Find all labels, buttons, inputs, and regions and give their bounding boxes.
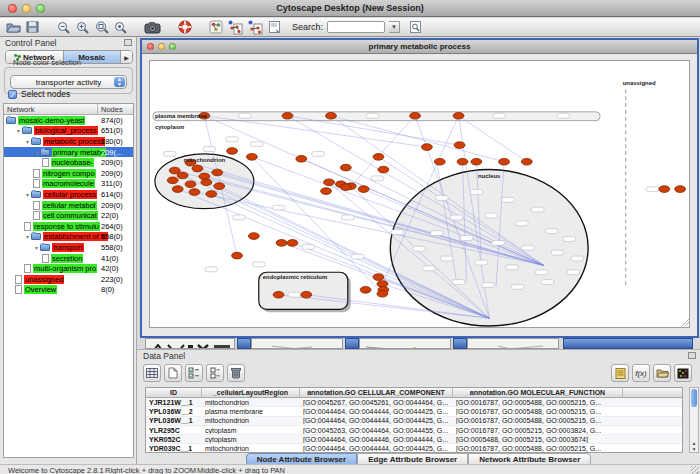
network-node[interactable] — [373, 274, 384, 281]
tree-row-establishment-of-lo[interactable]: ▾establishment of lo558(0) — [4, 232, 133, 243]
table-cell[interactable]: YKR052C — [146, 436, 202, 443]
network-label-node[interactable] — [470, 190, 483, 195]
network-node[interactable] — [340, 164, 351, 171]
table-cell[interactable]: YJR121W__1 — [146, 399, 202, 406]
tree-row-nucleobase-[interactable]: nucleobase-209(0) — [4, 157, 133, 168]
tree-column-network[interactable]: Network — [4, 104, 98, 114]
network-node[interactable] — [192, 165, 203, 172]
network-label-node[interactable] — [226, 137, 239, 142]
float-panel-icon[interactable] — [124, 39, 132, 46]
network-label-node[interactable] — [557, 113, 570, 118]
network-label-node[interactable] — [288, 292, 301, 297]
background-window[interactable] — [251, 338, 343, 349]
table-cell[interactable]: mitochondrion — [202, 417, 300, 424]
zoom-selected-button[interactable] — [113, 20, 128, 35]
attribute-table-button[interactable] — [143, 364, 161, 382]
network-label-node[interactable] — [233, 215, 246, 220]
network-label-node[interactable] — [422, 266, 435, 271]
network-label-node[interactable] — [341, 215, 354, 220]
network-label-node[interactable] — [531, 207, 544, 212]
table-cell[interactable]: [GO:0016787, GO:0005488, GO:0005215, G..… — [453, 408, 623, 415]
network-label-node[interactable] — [521, 245, 534, 250]
network-label-node[interactable] — [515, 221, 528, 226]
tree-row-biological-process[interactable]: ▾biological_process651(0) — [4, 126, 133, 137]
table-cell[interactable]: [GO:0016787, GO:0005488, GO:0005215, G..… — [453, 417, 623, 424]
table-cell[interactable]: [GO:0005488, GO:0005215, GO:0003674] — [453, 436, 623, 443]
background-window-titlebar[interactable] — [563, 338, 693, 349]
network-node[interactable] — [282, 112, 293, 119]
network-label-node[interactable] — [250, 142, 263, 147]
network-label-node[interactable] — [440, 256, 453, 261]
network-label-node[interactable] — [163, 151, 176, 156]
network-node[interactable] — [360, 287, 371, 294]
network-label-node[interactable] — [413, 246, 426, 251]
network-node[interactable] — [206, 191, 217, 198]
network-node[interactable] — [248, 233, 259, 240]
delete-attribute-button[interactable] — [227, 364, 245, 382]
network-node[interactable] — [340, 184, 351, 191]
network-node[interactable] — [214, 183, 225, 190]
expand-arrow-icon[interactable]: ▾ — [33, 244, 40, 251]
network-label-node[interactable] — [646, 187, 659, 192]
tree-row-multi-organism-pro[interactable]: multi-organism pro42(0) — [4, 263, 133, 274]
scrollbar-arrows[interactable]: ▲▼ — [690, 440, 698, 452]
background-window[interactable] — [467, 338, 559, 349]
network-label-node[interactable] — [482, 283, 495, 288]
fit-content-button[interactable] — [94, 20, 109, 35]
network-node[interactable] — [453, 112, 464, 119]
table-row-ypl036w__2[interactable]: YPL036W__2plasma membrane[GO:0044464, GO… — [146, 407, 682, 416]
formula-builder-button[interactable]: f(x) — [632, 364, 650, 382]
network-node[interactable] — [189, 189, 200, 196]
table-row-yjr121w__1[interactable]: YJR121W__1mitochondrion[GO:0045267, GO:0… — [146, 398, 682, 407]
network-view-titlebar[interactable]: primary metabolic process — [142, 40, 697, 54]
table-cell[interactable]: cytoplasm — [202, 427, 300, 434]
expand-arrow-icon[interactable]: ▾ — [24, 233, 31, 240]
table-cell[interactable]: [GO:0016787, GO:0005488, GO:0005215, G..… — [453, 399, 623, 406]
first-neighbors-button[interactable] — [227, 20, 243, 35]
network-label-node[interactable] — [545, 229, 558, 234]
table-cell[interactable]: cytoplasm — [202, 436, 300, 443]
network-node[interactable] — [373, 154, 384, 161]
network-node[interactable] — [201, 179, 212, 186]
expand-arrow-icon[interactable]: ▾ — [15, 127, 22, 134]
network-node[interactable] — [421, 144, 432, 151]
new-attribute-button[interactable] — [164, 364, 182, 382]
tree-row-metabolic-process[interactable]: ▾metabolic process280(0) — [4, 136, 133, 147]
snapshot-button[interactable] — [144, 20, 161, 35]
table-cell[interactable]: YLR295C — [146, 427, 202, 434]
column-id[interactable]: ID — [146, 388, 202, 397]
select-nodes-checkbox[interactable]: ✓ — [8, 90, 17, 99]
table-cell[interactable]: mitochondrion — [202, 399, 300, 406]
tree-row-mosaic-demo-yeast[interactable]: mosaic-demo-yeast874(0) — [4, 115, 133, 126]
network-label-node[interactable] — [452, 280, 465, 285]
table-cell[interactable]: YPL036W__1 — [146, 417, 202, 424]
table-row-ypl036w__1[interactable]: YPL036W__1mitochondrion[GO:0044464, GO:0… — [146, 417, 682, 426]
open-session-button[interactable] — [6, 20, 21, 35]
table-cell[interactable]: mitochondrion — [202, 445, 300, 452]
node-color-combobox[interactable]: transporter activity ▲▼ — [10, 75, 127, 89]
hide-selected-button[interactable] — [247, 20, 263, 35]
network-node[interactable] — [434, 158, 445, 165]
import-attributes-button[interactable] — [653, 364, 671, 382]
table-cell[interactable]: [GO:0044464, GO:0044444, GO:0044425, G..… — [300, 417, 453, 424]
select-attributes-button[interactable] — [185, 364, 203, 382]
network-label-node[interactable] — [371, 176, 384, 181]
network-node[interactable] — [296, 155, 307, 162]
notepad-button[interactable] — [611, 364, 629, 382]
app-titlebar[interactable]: Cytoscape Desktop (New Session) — [0, 0, 700, 17]
network-label-node[interactable] — [541, 280, 554, 285]
expand-arrow-icon[interactable]: ▾ — [24, 191, 31, 198]
network-label-node[interactable] — [272, 205, 285, 210]
tree-row-secretion[interactable]: secretion41(0) — [4, 253, 133, 264]
background-window[interactable] — [359, 338, 451, 349]
network-label-node[interactable] — [351, 254, 364, 259]
network-label-node[interactable] — [571, 256, 584, 261]
network-label-node[interactable] — [493, 113, 506, 118]
background-window-overview[interactable] — [145, 338, 235, 349]
network-label-node[interactable] — [205, 267, 218, 272]
tree-column-nodes[interactable]: Nodes — [98, 104, 133, 114]
column-go-molecular-function[interactable]: annotation.GO MOLECULAR_FUNCTION — [453, 388, 623, 397]
network-node[interactable] — [377, 290, 388, 297]
table-cell[interactable]: [GO:0016787, GO:0005488, GO:0005215, G..… — [453, 445, 623, 452]
network-canvas[interactable]: plasma membranecytoplasmmitochondrionnuc… — [149, 60, 690, 328]
